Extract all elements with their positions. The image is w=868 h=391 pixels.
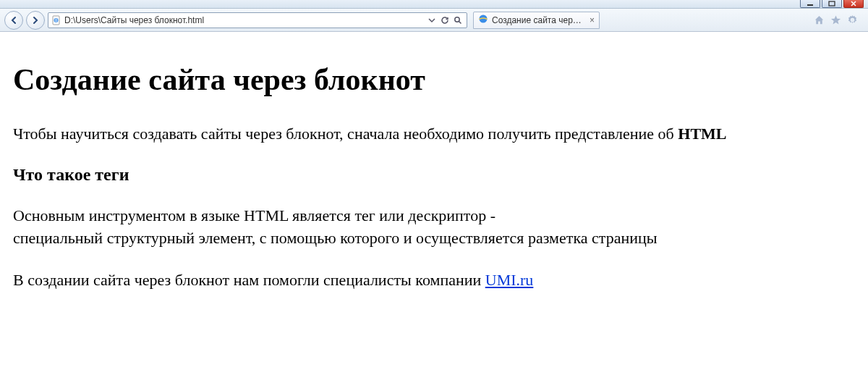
address-input[interactable] bbox=[64, 15, 427, 25]
browser-tab[interactable]: Создание сайта через бло... × bbox=[473, 12, 600, 29]
toolbar-right-icons bbox=[814, 14, 864, 25]
tab-title: Создание сайта через бло... bbox=[492, 15, 586, 25]
tags-line2: специальный структурный элемент, с помощ… bbox=[13, 229, 658, 247]
forward-button[interactable] bbox=[26, 11, 45, 30]
address-bar bbox=[48, 12, 467, 28]
page-content: Создание сайта через блокнот Чтобы научи… bbox=[0, 32, 868, 326]
credits-prefix: В создании сайта через блокнот нам помог… bbox=[13, 271, 485, 289]
svg-point-6 bbox=[851, 19, 854, 22]
minimize-button[interactable] bbox=[800, 0, 820, 8]
intro-paragraph: Чтобы научиться создавать сайты через бл… bbox=[13, 123, 855, 145]
window-controls bbox=[800, 0, 864, 8]
browser-toolbar: Создание сайта через бло... × bbox=[0, 9, 868, 32]
dropdown-icon[interactable] bbox=[427, 16, 436, 25]
window-titlebar bbox=[0, 0, 868, 9]
page-file-icon bbox=[51, 14, 62, 26]
search-icon[interactable] bbox=[454, 16, 462, 25]
ie-logo-icon bbox=[478, 14, 488, 26]
svg-rect-0 bbox=[807, 4, 813, 6]
tab-close-icon[interactable]: × bbox=[590, 15, 595, 25]
back-button[interactable] bbox=[4, 11, 23, 30]
maximize-button[interactable] bbox=[822, 0, 842, 8]
svg-point-4 bbox=[455, 17, 459, 21]
home-icon[interactable] bbox=[814, 14, 825, 25]
page-heading: Создание сайта через блокнот bbox=[13, 62, 855, 97]
address-controls bbox=[427, 16, 467, 25]
tags-line1: Основным инструментом в языке HTML являе… bbox=[13, 206, 495, 224]
refresh-icon[interactable] bbox=[441, 16, 449, 25]
umi-link[interactable]: UMI.ru bbox=[485, 271, 534, 289]
tools-gear-icon[interactable] bbox=[847, 14, 858, 25]
close-button[interactable] bbox=[843, 0, 864, 8]
favorites-star-icon[interactable] bbox=[830, 14, 841, 25]
intro-text: Чтобы научиться создавать сайты через бл… bbox=[13, 125, 678, 143]
credits-paragraph: В создании сайта через блокнот нам помог… bbox=[13, 269, 855, 291]
intro-bold: HTML bbox=[678, 125, 726, 143]
subheading: Что такое теги bbox=[13, 165, 855, 185]
svg-rect-1 bbox=[829, 1, 835, 6]
tags-paragraph: Основным инструментом в языке HTML являе… bbox=[13, 205, 855, 249]
